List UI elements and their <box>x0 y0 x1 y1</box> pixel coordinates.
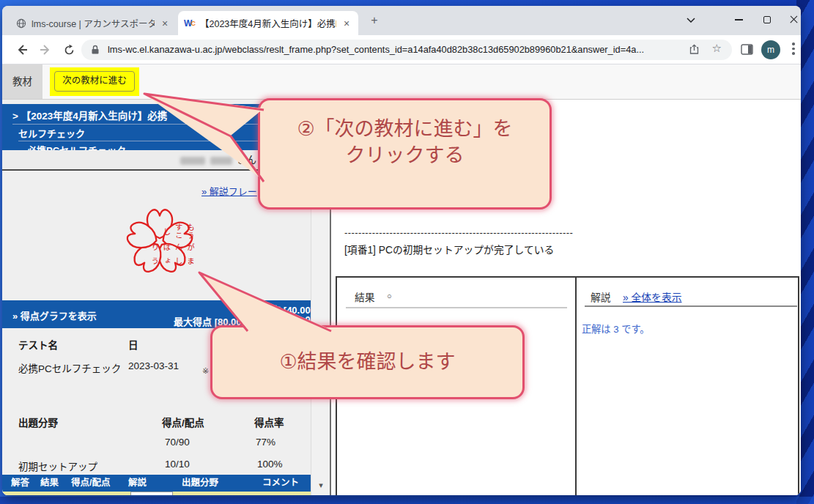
window-close-button[interactable] <box>780 6 801 34</box>
share-icon[interactable] <box>689 44 700 58</box>
category-row-rate: 77% <box>256 437 275 448</box>
desktop: lms-course | アカンサスポータル × WC 【2023年度4月新入生… <box>0 0 814 504</box>
result-panel-title: 結果 <box>355 289 375 304</box>
col-points[interactable]: 得点/配点 <box>71 475 110 492</box>
url-text[interactable]: lms-wc.el.kanazawa-u.ac.jp/webclass/resl… <box>108 40 679 60</box>
result-mark: ○ <box>387 292 392 300</box>
col-rate: 得点率 <box>254 415 284 429</box>
score-graph-link[interactable]: » 得点グラフを表示 <box>12 308 97 322</box>
scrollbar-down-icon[interactable]: ▾ <box>311 476 330 494</box>
callout-step1: ①結果を確認します <box>210 325 525 399</box>
callout-step2: ②「次の教材に進む」を クリックする <box>258 98 552 210</box>
detail-table-header: 解答 結果 得点/配点 解説 出題分野 コメント <box>2 475 330 492</box>
bookmark-star-icon[interactable]: ☆ <box>712 42 722 55</box>
redacted-name <box>210 157 232 165</box>
tab-lms-course[interactable]: lms-course | アカンサスポータル × <box>10 11 177 35</box>
window-maximize-button[interactable] <box>754 6 780 34</box>
address-bar[interactable]: lms-wc.el.kanazawa-u.ac.jp/webclass/resl… <box>81 40 732 60</box>
browser-toolbar: lms-wc.el.kanazawa-u.ac.jp/webclass/resl… <box>2 35 801 64</box>
name-suffix: さん <box>237 150 256 171</box>
desktop-wallpaper-band <box>0 497 814 504</box>
detail-row <box>2 492 330 495</box>
next-material-button[interactable]: 次の教材に進む <box>54 71 135 92</box>
back-button[interactable] <box>14 42 30 58</box>
score-bar: » 得点グラフを表示 平均得点 [40.00] 最大得点 [80.00] 最小得… <box>2 300 330 328</box>
test-name: 必携PCセルフチェック <box>18 360 121 375</box>
callout-step2-line1: ②「次の教材に進む」を <box>260 116 550 143</box>
webclass-topbar: 教材 次の教材に進む <box>2 64 801 100</box>
col-category: 出題分野 <box>18 415 58 429</box>
show-all-link[interactable]: » 全体を表示 <box>623 289 682 304</box>
question-divider: ----------------------------------------… <box>344 227 573 238</box>
col-comment[interactable]: コメント <box>262 475 299 492</box>
note-fragment: ※ <box>202 366 209 376</box>
tab-webclass-active[interactable]: WC 【2023年度4月新入生向け】必携PC × <box>178 11 358 35</box>
col-category[interactable]: 出題分野 <box>182 475 218 492</box>
tab-search-chevron-icon[interactable] <box>678 6 704 34</box>
tab-title: lms-course | アカンサスポータル <box>32 16 155 30</box>
col-test-name: テスト名 <box>18 337 58 352</box>
browser-menu-icon[interactable] <box>792 42 795 57</box>
redacted-name <box>180 157 205 165</box>
explain-frame-link[interactable]: » 解説フレー <box>201 184 257 198</box>
tab-strip: lms-course | アカンサスポータル × WC 【2023年度4月新入生… <box>2 6 801 35</box>
window-minimize-button[interactable] <box>725 6 752 34</box>
category-row-score: 70/90 <box>165 437 190 448</box>
comment-input[interactable] <box>130 492 173 495</box>
explain-body: 正解は 3 です。 <box>582 322 649 336</box>
col-score: 得点/配点 <box>162 415 204 429</box>
materials-tab[interactable]: 教材 <box>2 64 42 99</box>
webclass-favicon: WC <box>184 18 196 29</box>
globe-icon <box>15 18 27 29</box>
category-row-field: 初期セットアップ <box>18 459 97 473</box>
stamp-message: もうすこしがんばりましょう <box>123 223 196 268</box>
col-result[interactable]: 結果 <box>40 475 59 492</box>
forward-button[interactable] <box>37 42 53 58</box>
col-date: 日 <box>128 337 138 352</box>
new-tab-button[interactable]: + <box>367 13 382 28</box>
col-explain[interactable]: 解説 <box>128 475 147 492</box>
profile-avatar[interactable]: m <box>761 40 780 59</box>
callout-step1-text: ①結果を確認します <box>279 351 455 373</box>
side-panel-icon[interactable] <box>741 44 753 58</box>
test-date: 2023-03-31 <box>128 360 179 371</box>
reload-button[interactable] <box>61 42 77 58</box>
tab-close-icon[interactable]: × <box>341 18 352 29</box>
col-answer[interactable]: 解答 <box>11 475 29 492</box>
question-text: [項番1] PCの初期セットアップが完了している <box>344 242 554 256</box>
browser-window: lms-course | アカンサスポータル × WC 【2023年度4月新入生… <box>2 6 801 495</box>
callout-step2-line2: クリックする <box>260 143 550 169</box>
highlight-box: 次の教材に進む <box>50 67 139 96</box>
category-row-score: 10/10 <box>165 459 190 470</box>
tab-close-icon[interactable]: × <box>159 18 171 29</box>
explain-panel-title: 解説 <box>591 289 611 304</box>
category-row-rate: 100% <box>257 459 283 470</box>
tab-title: 【2023年度4月新入生向け】必携PC <box>200 16 336 30</box>
lock-icon <box>91 45 100 58</box>
